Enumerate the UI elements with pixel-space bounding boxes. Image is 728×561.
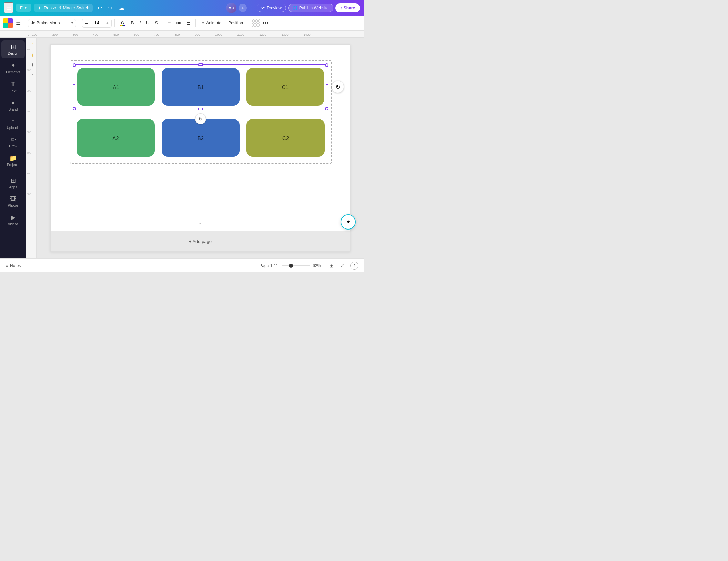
cell-b1[interactable]: B1 bbox=[162, 68, 239, 106]
bold-button[interactable]: B bbox=[129, 19, 136, 27]
apps-label: Apps bbox=[9, 185, 17, 189]
zoom-slider[interactable] bbox=[282, 265, 310, 266]
grid-view-button[interactable]: ⊞ bbox=[328, 261, 335, 270]
sidebar-item-videos[interactable]: ▶ Videos bbox=[1, 211, 25, 229]
handle-middle-left[interactable] bbox=[73, 84, 75, 89]
sidebar-item-uploads[interactable]: ↑ Uploads bbox=[1, 115, 25, 132]
animate-button[interactable]: ✦ Animate bbox=[199, 19, 224, 27]
handle-bottom-left[interactable] bbox=[73, 107, 76, 110]
handle-bottom-right[interactable] bbox=[325, 107, 328, 110]
sidebar-item-brand[interactable]: ♦ Brand bbox=[1, 96, 25, 114]
scroll-up-button[interactable]: ⌃ bbox=[198, 222, 202, 227]
handle-top-right[interactable] bbox=[325, 63, 328, 67]
ruler-1100: 1100 bbox=[237, 33, 259, 37]
toolbar-divider-4 bbox=[163, 19, 163, 27]
sidebar-item-projects[interactable]: 📁 Projects bbox=[1, 152, 25, 170]
magic-ai-button[interactable]: ✦ bbox=[341, 214, 356, 229]
projects-label: Projects bbox=[7, 163, 19, 167]
ruler-1000: 1000 bbox=[215, 33, 237, 37]
handle-top-left[interactable] bbox=[73, 63, 76, 67]
notes-button[interactable]: ≡ Notes bbox=[6, 263, 21, 268]
notes-label: Notes bbox=[10, 263, 21, 268]
bottom-status-bar: ≡ Notes Page 1 / 1 62% ⊞ ⤢ ? bbox=[0, 258, 364, 272]
user-avatar: MU bbox=[226, 3, 236, 13]
transparency-button[interactable] bbox=[252, 19, 260, 27]
hamburger-menu-button[interactable]: ☰ bbox=[4, 2, 13, 13]
share-button[interactable]: ↑ Share bbox=[335, 3, 360, 12]
handle-top-center[interactable] bbox=[198, 63, 203, 66]
grid-row-1[interactable]: ↻ A1 B1 C1 bbox=[74, 64, 327, 109]
sidebar-item-photos[interactable]: 🖼 Photos bbox=[1, 193, 25, 210]
horizontal-ruler: 0 100 200 300 400 500 600 700 800 900 10… bbox=[0, 31, 364, 38]
v-ruler-tick-700: 700 bbox=[27, 172, 31, 175]
apps-icon: ⊞ bbox=[11, 177, 16, 184]
align-left-button[interactable]: ≡ bbox=[166, 19, 173, 27]
videos-label: Videos bbox=[8, 222, 18, 226]
file-button[interactable]: File bbox=[16, 4, 31, 12]
text-color-button[interactable]: A bbox=[118, 18, 127, 28]
page-indicator: Page 1 / 1 bbox=[259, 263, 278, 268]
videos-icon: ▶ bbox=[11, 214, 16, 221]
font-selector[interactable]: JetBrains Mono ... ▾ bbox=[28, 19, 76, 27]
ruler-800: 800 bbox=[174, 33, 195, 37]
cell-b2[interactable]: ↻ B2 bbox=[162, 119, 240, 157]
sidebar-item-draw[interactable]: ✏ Draw bbox=[1, 133, 25, 151]
ruler-1200: 1200 bbox=[259, 33, 281, 37]
font-size-input[interactable] bbox=[91, 20, 102, 26]
underline-button[interactable]: U bbox=[144, 19, 151, 27]
ruler-400: 400 bbox=[93, 33, 113, 37]
publish-website-button[interactable]: 🌐 Publish Website bbox=[288, 4, 333, 12]
color-square-1 bbox=[3, 18, 8, 23]
font-chevron-icon: ▾ bbox=[71, 21, 73, 25]
fullscreen-button[interactable]: ⤢ bbox=[339, 262, 346, 270]
add-page-button[interactable]: + Add page bbox=[182, 236, 219, 247]
cell-b1-label: B1 bbox=[198, 84, 204, 90]
design-label: Design bbox=[8, 52, 18, 55]
strikethrough-button[interactable]: S bbox=[153, 19, 160, 27]
ruler-300: 300 bbox=[73, 33, 93, 37]
rotate-handle[interactable]: ↻ bbox=[332, 81, 344, 93]
preview-button[interactable]: 👁 Preview bbox=[257, 4, 286, 12]
text-label: Text bbox=[10, 89, 16, 93]
undo-button[interactable]: ↩ bbox=[95, 3, 104, 12]
help-button[interactable]: ? bbox=[350, 262, 358, 270]
sidebar-item-apps[interactable]: ⊞ Apps bbox=[1, 174, 25, 192]
sidebar-item-text[interactable]: T Text bbox=[1, 78, 25, 96]
elements-label: Elements bbox=[6, 70, 20, 74]
cell-a1[interactable]: A1 bbox=[77, 68, 155, 106]
grid-row-2[interactable]: A2 ↻ B2 C2 bbox=[74, 116, 327, 160]
align-spacing-button[interactable]: ≣ bbox=[184, 19, 193, 27]
toolbar-menu-button[interactable]: ☰ bbox=[14, 18, 22, 28]
grid-container[interactable]: ↻ A1 B1 C1 A2 bbox=[70, 60, 332, 164]
project-title-area[interactable]: ✦ Resize & Magic Switch bbox=[34, 4, 93, 12]
align-bullet-button[interactable]: ≔ bbox=[174, 19, 183, 27]
sidebar-item-elements[interactable]: ✦ Elements bbox=[1, 59, 25, 77]
photos-label: Photos bbox=[8, 204, 18, 207]
canvas-page: ↻ A1 B1 C1 A2 bbox=[50, 44, 350, 252]
handle-middle-right[interactable] bbox=[326, 84, 328, 89]
left-tools-panel: ⚡ 🔒 ⊡ ✚ 0 100 200 300 400 500 600 700 80… bbox=[26, 38, 37, 258]
canvas-area[interactable]: ↻ A1 B1 C1 A2 bbox=[37, 38, 364, 258]
uploads-label: Uploads bbox=[7, 126, 20, 130]
left-sidebar: ⊞ Design ✦ Elements T Text ♦ Brand ↑ Upl… bbox=[0, 38, 26, 258]
color-squares bbox=[3, 18, 13, 28]
magic-switch-overlay[interactable]: ↻ bbox=[195, 113, 206, 124]
cell-c2[interactable]: C2 bbox=[246, 119, 325, 157]
add-collaborator-button[interactable]: + bbox=[239, 4, 247, 12]
cell-a2[interactable]: A2 bbox=[77, 119, 155, 157]
ruler-100: 100 bbox=[32, 33, 52, 37]
more-options-button[interactable]: ••• bbox=[261, 19, 270, 28]
handle-bottom-center[interactable] bbox=[198, 108, 203, 110]
italic-button[interactable]: I bbox=[137, 19, 143, 27]
sidebar-item-design[interactable]: ⊞ Design bbox=[1, 40, 25, 58]
redo-button[interactable]: ↪ bbox=[105, 3, 114, 12]
font-size-increase-button[interactable]: + bbox=[103, 19, 111, 27]
cloud-save-button[interactable]: ☁ bbox=[117, 3, 127, 12]
cell-c1[interactable]: C1 bbox=[246, 68, 324, 106]
photos-icon: 🖼 bbox=[10, 195, 16, 203]
animate-label: Animate bbox=[206, 21, 221, 26]
position-button[interactable]: Position bbox=[225, 19, 246, 27]
font-size-decrease-button[interactable]: – bbox=[82, 19, 91, 27]
analytics-button[interactable]: ↑ bbox=[249, 3, 255, 13]
brand-colors-button[interactable] bbox=[3, 18, 13, 28]
